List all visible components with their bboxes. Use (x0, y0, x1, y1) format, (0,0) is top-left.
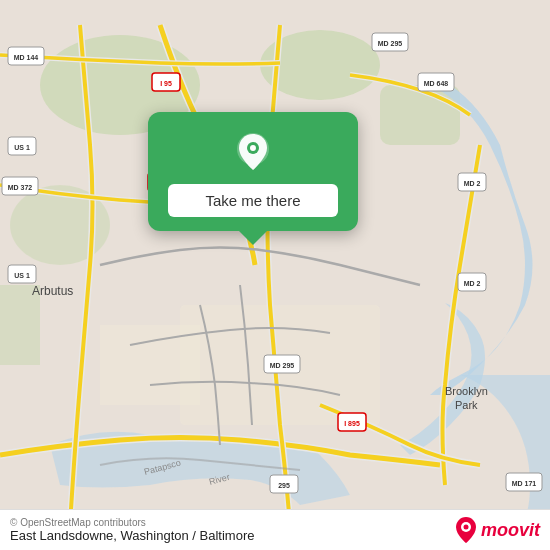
bottom-bar: © OpenStreetMap contributors East Landsd… (0, 509, 550, 550)
svg-text:295: 295 (278, 482, 290, 489)
location-name: East Landsdowne, Washington / Baltimore (10, 528, 255, 543)
location-popup: Take me there (148, 112, 358, 231)
svg-point-43 (250, 145, 256, 151)
map-svg: MD 144 I 95 I 95 US 1 US 1 MD 372 MD 295… (0, 0, 550, 550)
bottom-info: © OpenStreetMap contributors East Landsd… (10, 517, 255, 543)
svg-text:MD 2: MD 2 (464, 180, 481, 187)
svg-text:I 895: I 895 (344, 420, 360, 427)
svg-text:US 1: US 1 (14, 272, 30, 279)
take-me-there-button[interactable]: Take me there (168, 184, 338, 217)
svg-text:MD 295: MD 295 (270, 362, 295, 369)
svg-text:Brooklyn: Brooklyn (445, 385, 488, 397)
moovit-pin-icon (455, 516, 477, 544)
svg-text:US 1: US 1 (14, 144, 30, 151)
svg-text:Arbutus: Arbutus (32, 284, 73, 298)
svg-text:MD 171: MD 171 (512, 480, 537, 487)
svg-text:MD 2: MD 2 (464, 280, 481, 287)
svg-text:MD 144: MD 144 (14, 54, 39, 61)
svg-point-45 (463, 525, 468, 530)
svg-text:MD 295: MD 295 (378, 40, 403, 47)
svg-text:I 95: I 95 (160, 80, 172, 87)
location-pin-icon (231, 130, 275, 174)
moovit-logo: moovit (455, 516, 540, 544)
svg-text:Park: Park (455, 399, 478, 411)
svg-text:MD 372: MD 372 (8, 184, 33, 191)
map-container: MD 144 I 95 I 95 US 1 US 1 MD 372 MD 295… (0, 0, 550, 550)
map-attribution: © OpenStreetMap contributors (10, 517, 255, 528)
svg-text:MD 648: MD 648 (424, 80, 449, 87)
moovit-brand-text: moovit (481, 520, 540, 541)
svg-rect-7 (100, 325, 200, 405)
